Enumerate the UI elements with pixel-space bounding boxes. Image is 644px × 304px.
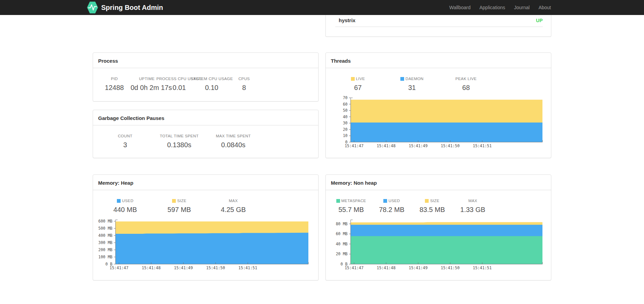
metric-value: 440 MB <box>98 206 152 214</box>
navbar-container: Spring Boot Admin WallboardApplicationsJ… <box>93 0 551 15</box>
metric-value: 3 <box>98 141 152 149</box>
svg-text:15:41:50: 15:41:50 <box>441 265 460 270</box>
metric-label-text: USED <box>388 199 400 203</box>
svg-text:15:41:49: 15:41:49 <box>409 265 427 270</box>
metric-metaspace: METASPACE55.7 MB <box>331 199 371 214</box>
series-area-metaspace <box>351 236 542 264</box>
threads-chart-svg: 01020304050607015:41:4715:41:4815:41:491… <box>326 96 552 150</box>
metric-label-text: MAX TIME SPENT <box>216 134 251 138</box>
metric-value: 0d 0h 2m 17s <box>131 84 163 92</box>
metric-label-text: LIVE <box>356 77 365 81</box>
metric-label-text: PEAK LIVE <box>455 77 476 81</box>
svg-text:30: 30 <box>343 121 348 125</box>
metric-value: 8 <box>228 84 260 92</box>
threads-chart: 01020304050607015:41:4715:41:4815:41:491… <box>326 96 551 150</box>
series-area-used <box>116 233 308 264</box>
metric-value: 1.33 GB <box>453 206 493 214</box>
svg-text:15:41:49: 15:41:49 <box>174 265 193 270</box>
metric-label: METASPACE <box>331 199 371 203</box>
left-column: Process PID12488UPTIME0d 0h 2m 17sPROCES… <box>93 15 319 280</box>
metric-value: 67 <box>331 84 385 92</box>
spring-boot-admin-logo-icon <box>87 1 98 14</box>
svg-text:20: 20 <box>343 127 348 132</box>
nonheap-chart: 0 B20 MB40 MB60 MB80 MB15:41:4715:41:481… <box>326 218 551 272</box>
svg-text:15:41:51: 15:41:51 <box>473 265 492 270</box>
metric-label-text: TOTAL TIME SPENT <box>160 134 199 138</box>
svg-text:15:41:47: 15:41:47 <box>109 265 128 270</box>
nav-item-applications[interactable]: Applications <box>475 5 510 10</box>
metric-label: SYSTEM CPU USAGE <box>196 77 228 81</box>
brand-link[interactable]: Spring Boot Admin <box>87 1 163 14</box>
metric-label: TOTAL TIME SPENT <box>152 134 206 138</box>
svg-text:500 MB: 500 MB <box>98 226 112 231</box>
metric-label-text: UPTIME <box>139 77 155 81</box>
metric-used: USED78.2 MB <box>371 199 412 214</box>
svg-text:40: 40 <box>343 115 348 119</box>
health-indicator-name: hystrix <box>339 17 355 23</box>
svg-text:15:41:48: 15:41:48 <box>142 265 160 270</box>
process-card: Process PID12488UPTIME0d 0h 2m 17sPROCES… <box>93 52 319 102</box>
heap-chart-svg: 0 B100 MB200 MB300 MB400 MB500 MB600 MB1… <box>93 218 319 272</box>
svg-text:300 MB: 300 MB <box>98 240 112 245</box>
status-badge: UP <box>536 18 543 23</box>
metric-size: SIZE83.5 MB <box>412 199 453 214</box>
metric-max-time-spent: MAX TIME SPENT0.0840s <box>206 134 260 149</box>
metric-value: 83.5 MB <box>412 206 453 214</box>
metric-label-text: METASPACE <box>341 199 366 203</box>
metric-label-text: DAEMON <box>405 77 424 81</box>
metric-label-text: SYSTEM CPU USAGE <box>190 77 233 81</box>
metric-value: 0.1380s <box>152 141 206 149</box>
metric-used: USED440 MB <box>98 199 152 214</box>
metric-label-text: SIZE <box>430 199 439 203</box>
metric-label: CPUS <box>228 77 260 81</box>
navbar: Spring Boot Admin WallboardApplicationsJ… <box>0 0 644 15</box>
metric-size: SIZE597 MB <box>152 199 206 214</box>
metric-label: SIZE <box>412 199 453 203</box>
svg-text:600 MB: 600 MB <box>98 219 112 224</box>
metric-value: 597 MB <box>152 206 206 214</box>
svg-text:15:41:48: 15:41:48 <box>377 265 395 270</box>
right-column: hystrix UP Threads LIVE67DAEMON31PEAK LI… <box>325 15 551 280</box>
svg-text:15:41:47: 15:41:47 <box>344 143 363 148</box>
threads-card-title: Threads <box>326 53 551 68</box>
svg-text:60 MB: 60 MB <box>336 231 348 236</box>
health-row-hystrix: hystrix UP <box>335 15 543 27</box>
legend-swatch-icon <box>117 199 121 203</box>
process-card-title: Process <box>93 53 318 68</box>
heap-metrics: USED440 MBSIZE597 MBMAX4.25 GB <box>93 190 318 214</box>
svg-text:15:41:51: 15:41:51 <box>239 265 257 270</box>
metric-max: MAX1.33 GB <box>453 199 493 214</box>
metric-label-text: CPUS <box>239 77 250 81</box>
metric-label-text: SIZE <box>177 199 186 203</box>
svg-text:15:41:47: 15:41:47 <box>344 265 363 270</box>
metric-value: 0.0840s <box>206 141 260 149</box>
svg-text:50: 50 <box>343 108 348 113</box>
metric-value: 78.2 MB <box>371 206 412 214</box>
metric-label-text: COUNT <box>118 134 133 138</box>
svg-text:15:41:51: 15:41:51 <box>473 143 492 148</box>
metric-label: COUNT <box>98 134 152 138</box>
metric-label: USED <box>371 199 412 203</box>
nav-item-wallboard[interactable]: Wallboard <box>445 5 475 10</box>
metric-system-cpu-usage: SYSTEM CPU USAGE0.10 <box>196 77 228 92</box>
metric-label: LIVE <box>331 77 385 81</box>
svg-text:15:41:50: 15:41:50 <box>206 265 225 270</box>
metric-cpus: CPUS8 <box>228 77 260 92</box>
threads-metrics: LIVE67DAEMON31PEAK LIVE68 <box>326 68 551 92</box>
legend-swatch-icon <box>400 77 404 81</box>
metric-label: DAEMON <box>385 77 439 81</box>
legend-swatch-icon <box>383 199 387 203</box>
metric-max: MAX4.25 GB <box>206 199 260 214</box>
nav-item-journal[interactable]: Journal <box>509 5 534 10</box>
process-metrics: PID12488UPTIME0d 0h 2m 17sPROCESS CPU US… <box>93 68 318 92</box>
brand-title: Spring Boot Admin <box>101 4 163 12</box>
nav-item-about[interactable]: About <box>534 5 551 10</box>
svg-text:200 MB: 200 MB <box>98 247 112 252</box>
svg-text:60: 60 <box>343 102 348 107</box>
legend-swatch-icon <box>425 199 429 203</box>
metric-value: 0.10 <box>196 84 228 92</box>
metric-peak-live: PEAK LIVE68 <box>439 77 493 92</box>
nonheap-metrics: METASPACE55.7 MBUSED78.2 MBSIZE83.5 MBMA… <box>326 190 551 214</box>
metric-label: PID <box>98 77 131 81</box>
svg-text:100 MB: 100 MB <box>98 255 112 259</box>
